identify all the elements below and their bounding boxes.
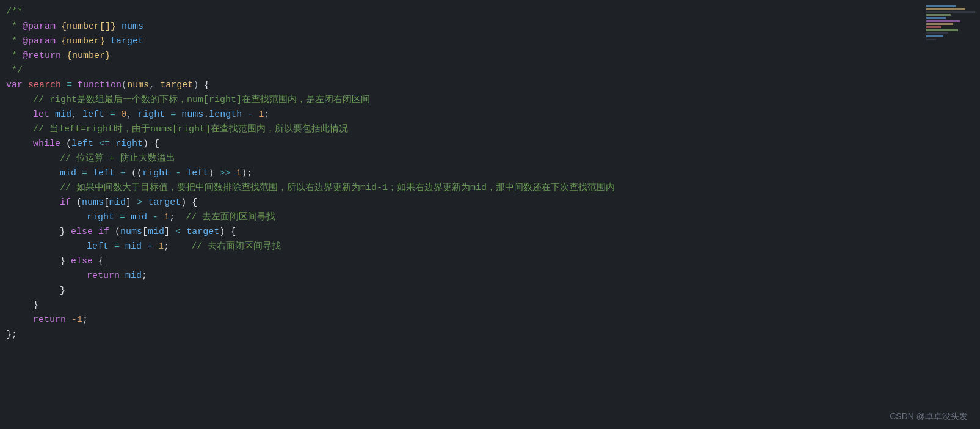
kw-var: var	[6, 78, 23, 93]
jsdoc-param-2: @param	[23, 34, 56, 49]
param-target: target	[160, 78, 193, 93]
line-7: // right是数组最后一个数的下标，num[right]在查找范围内，是左闭…	[6, 93, 980, 108]
kw-function: function	[78, 78, 122, 93]
comment-line-11: // 位运算 + 防止大数溢出	[60, 152, 175, 166]
line-19: return mid;	[6, 269, 980, 284]
jsdoc-param-1: @param	[23, 20, 56, 34]
line-6: var search = function(nums, target) {	[6, 78, 980, 93]
kw-return-mid: return	[87, 269, 120, 284]
minimap-bar-10	[926, 32, 948, 34]
comment-line-9: // 当left=right时，由于nums[right]在查找范围内，所以要包…	[33, 122, 348, 137]
minimap	[926, 5, 975, 42]
prop-length: length	[209, 108, 242, 122]
line-20: }	[6, 284, 980, 298]
num-1-4: 1	[158, 240, 164, 254]
minimap-bar-4	[926, 14, 951, 16]
space-2	[56, 34, 61, 49]
jsdoc-return: @return	[23, 49, 61, 64]
watermark: CSDN @卓卓没头发	[890, 409, 968, 423]
kw-let: let	[33, 108, 49, 122]
comment-open: /**	[6, 5, 23, 20]
minimap-bar-6	[926, 20, 960, 22]
jsdoc-name-2: target	[105, 34, 143, 49]
ref-right-2: right	[142, 166, 170, 181]
kw-while: while	[33, 137, 60, 152]
num-0-1: 0	[121, 108, 126, 122]
line-1: /**	[6, 5, 980, 20]
minimap-bar-1	[926, 5, 956, 7]
minimap-bar-11	[926, 35, 943, 37]
line-9: // 当left=right时，由于nums[right]在查找范围内，所以要包…	[6, 122, 980, 137]
line-11: // 位运算 + 防止大数溢出	[6, 152, 980, 166]
line-23: };	[6, 328, 980, 342]
jsdoc-return-type: {number}	[67, 49, 111, 64]
comment-line-7: // right是数组最后一个数的下标，num[right]在查找范围内，是左闭…	[33, 93, 370, 108]
jsdoc-name-1: nums	[116, 20, 143, 34]
minimap-bar-8	[926, 26, 941, 28]
line-14: if (nums[mid] > target) {	[6, 196, 980, 210]
line-17: left = mid + 1; // 去右面闭区间寻找	[6, 240, 980, 254]
line-13: // 如果中间数大于目标值，要把中间数排除查找范围，所以右边界更新为mid-1；…	[6, 181, 980, 196]
num-1-3: 1	[164, 210, 169, 225]
jsdoc-type-1: {number[]}	[61, 20, 116, 34]
kw-else: else	[71, 254, 93, 269]
ref-mid-1: mid	[60, 166, 76, 181]
comment-goto-left: // 去左面闭区间寻找	[186, 210, 275, 225]
ref-nums-1: nums	[82, 196, 104, 210]
kw-return-neg1: return	[33, 313, 66, 328]
kw-else-if: else if	[71, 225, 109, 240]
line-15: right = mid - 1; // 去左面闭区间寻找	[6, 210, 980, 225]
comment-close: */	[6, 64, 23, 78]
comment-line-13: // 如果中间数大于目标值，要把中间数排除查找范围，所以右边界更新为mid-1；…	[60, 181, 615, 196]
ref-right-3: right	[87, 210, 114, 225]
ref-nums: nums	[181, 108, 203, 122]
minimap-bar-9	[926, 29, 958, 31]
line-5: */	[6, 64, 980, 78]
code-block: /** * @param {number[]} nums * @param {n…	[0, 0, 980, 347]
var-left: left	[82, 108, 104, 122]
minimap-bar-3	[926, 11, 975, 13]
ref-mid-5: mid	[125, 240, 142, 254]
num-1-1: 1	[258, 108, 264, 122]
line-18: } else {	[6, 254, 980, 269]
minimap-bar-7	[926, 23, 953, 25]
minimap-bar-12	[926, 38, 936, 40]
ref-mid-6: mid	[125, 269, 142, 284]
ref-left-2: left	[93, 166, 115, 181]
line-22: return -1;	[6, 313, 980, 328]
num-1-2: 1	[236, 166, 241, 181]
num-neg1: -1	[71, 313, 82, 328]
line-21: }	[6, 298, 980, 313]
ref-left-1: left	[71, 137, 93, 152]
ref-target-1: target	[148, 196, 181, 210]
ref-right-1: right	[115, 137, 143, 152]
kw-if: if	[60, 196, 71, 210]
ref-nums-2: nums	[120, 225, 142, 240]
ref-left-4: left	[87, 240, 109, 254]
ref-mid-4: mid	[148, 225, 164, 240]
ref-mid-3: mid	[131, 210, 147, 225]
comment-star-1: *	[6, 20, 23, 34]
space-1	[56, 20, 61, 34]
var-search: search	[28, 78, 61, 93]
comment-star-3: *	[6, 49, 23, 64]
ref-left-3: left	[186, 166, 208, 181]
minimap-bar-2	[926, 8, 965, 10]
line-12: mid = left + ((right - left) >> 1);	[6, 166, 980, 181]
param-nums: nums	[127, 78, 149, 93]
line-3: * @param {number} target	[6, 34, 980, 49]
var-mid: mid	[55, 108, 71, 122]
ref-target-2: target	[186, 225, 219, 240]
line-16: } else if (nums[mid] < target) {	[6, 225, 980, 240]
line-8: let mid, left = 0, right = nums.length -…	[6, 108, 980, 122]
comment-star-2: *	[6, 34, 23, 49]
line-4: * @return {number}	[6, 49, 980, 64]
var-right: right	[137, 108, 165, 122]
ref-mid-2: mid	[109, 196, 126, 210]
comment-goto-right: // 去右面闭区间寻找	[191, 240, 281, 254]
line-10: while (left <= right) {	[6, 137, 980, 152]
jsdoc-type-2: {number}	[61, 34, 105, 49]
space-3	[61, 49, 67, 64]
line-2: * @param {number[]} nums	[6, 20, 980, 34]
minimap-bar-5	[926, 17, 946, 19]
